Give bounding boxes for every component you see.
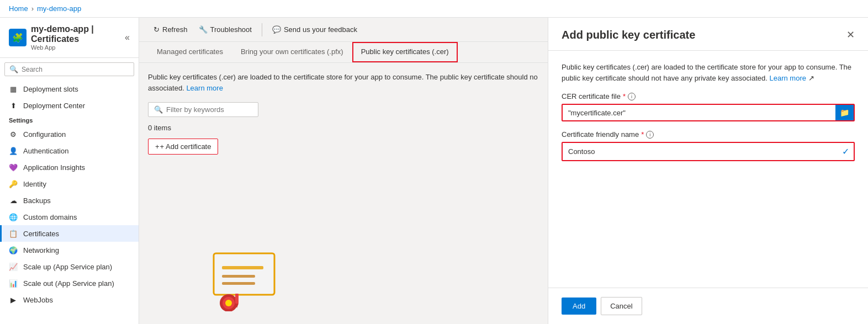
sidebar-header: 🧩 my-demo-app | Certificates Web App «	[0, 18, 139, 58]
sidebar-item-custom-domains[interactable]: 🌐 Custom domains	[0, 209, 139, 225]
cer-file-label: CER certificate file * i	[562, 92, 855, 100]
svg-rect-1	[222, 266, 263, 269]
sidebar-item-scale-up[interactable]: 📈 Scale up (App Service plan)	[0, 258, 139, 275]
sidebar: 🧩 my-demo-app | Certificates Web App « 🔍…	[0, 18, 139, 324]
scale-up-icon: 📈	[9, 262, 18, 271]
sidebar-item-configuration[interactable]: ⚙ Configuration	[0, 126, 139, 142]
feedback-button[interactable]: 💬 Send us your feedback	[267, 22, 363, 37]
scale-out-icon: 📊	[9, 279, 18, 288]
content-tabs: Managed certificates Bring your own cert…	[139, 42, 548, 63]
sidebar-item-label: Custom domains	[23, 213, 77, 221]
refresh-button[interactable]: ↻ Refresh	[148, 22, 193, 37]
breadcrumb: Home › my-demo-app	[0, 0, 868, 18]
cancel-button[interactable]: Cancel	[601, 297, 642, 315]
filter-icon: 🔍	[154, 105, 163, 114]
sidebar-item-label: Scale out (App Service plan)	[23, 279, 114, 288]
search-input[interactable]	[22, 66, 129, 73]
sidebar-items: ▦ Deployment slots ⬆ Deployment Center S…	[0, 81, 139, 324]
networking-icon: 🌍	[9, 246, 18, 254]
toolbar-separator	[262, 23, 262, 36]
filter-input[interactable]	[166, 105, 252, 114]
app-icon: 🧩	[9, 29, 27, 46]
sidebar-item-deployment-slots[interactable]: ▦ Deployment slots	[0, 81, 139, 97]
tab-managed-certificates[interactable]: Managed certificates	[148, 42, 232, 62]
tab-public-key[interactable]: Public key certificates (.cer)	[352, 42, 458, 62]
filter-input-box[interactable]: 🔍	[148, 102, 258, 117]
sidebar-item-certificates[interactable]: 📋 Certificates	[0, 225, 139, 242]
breadcrumb-app[interactable]: my-demo-app	[37, 4, 81, 13]
cer-file-input[interactable]	[563, 105, 835, 120]
sidebar-item-scale-out[interactable]: 📊 Scale out (App Service plan)	[0, 275, 139, 291]
sidebar-collapse-button[interactable]: «	[125, 33, 130, 43]
panel-learn-more-link[interactable]: Learn more	[770, 74, 806, 82]
search-icon: 🔍	[9, 65, 18, 73]
troubleshoot-icon: 🔧	[199, 25, 208, 34]
sidebar-item-label: Identity	[23, 180, 46, 188]
sidebar-item-authentication[interactable]: 👤 Authentication	[0, 142, 139, 159]
sidebar-app-subtitle: Web App	[31, 44, 120, 51]
external-link-icon: ↗	[808, 74, 814, 82]
filter-bar: 🔍	[148, 102, 539, 117]
panel-close-button[interactable]: ✕	[846, 29, 855, 41]
sidebar-item-label: Configuration	[23, 130, 66, 139]
panel-title: Add public key certificate	[562, 29, 695, 41]
panel-footer: Add Cancel	[548, 288, 868, 324]
items-count: 0 items	[148, 124, 539, 132]
cer-file-input-row[interactable]: 📁	[562, 104, 855, 121]
sidebar-item-networking[interactable]: 🌍 Networking	[0, 242, 139, 258]
feedback-icon: 💬	[272, 25, 281, 34]
sidebar-item-backups[interactable]: ☁ Backups	[0, 192, 139, 209]
sidebar-item-label: Networking	[23, 246, 59, 254]
application-insights-icon: 💜	[9, 163, 18, 172]
add-certificate-panel: Add public key certificate ✕ Public key …	[548, 18, 868, 324]
sidebar-item-label: Deployment slots	[23, 85, 78, 93]
cer-file-group: CER certificate file * i 📁	[562, 92, 855, 121]
svg-rect-0	[214, 253, 274, 295]
check-icon: ✓	[838, 143, 854, 160]
troubleshoot-button[interactable]: 🔧 Troubleshoot	[193, 22, 257, 37]
sidebar-item-deployment-center[interactable]: ⬆ Deployment Center	[0, 97, 139, 114]
friendly-name-group: Certificate friendly name * i ✓	[562, 130, 855, 161]
webjobs-icon: ▶	[9, 295, 18, 304]
svg-rect-7	[235, 294, 239, 304]
settings-section-label: Settings	[0, 114, 139, 126]
add-icon: +	[155, 142, 160, 151]
panel-body: Public key certificates (.cer) are loade…	[548, 51, 868, 288]
friendly-name-input[interactable]	[563, 144, 838, 159]
sidebar-item-label: Application Insights	[23, 163, 85, 172]
content-toolbar: ↻ Refresh 🔧 Troubleshoot 💬 Send us your …	[139, 18, 548, 42]
sidebar-item-label: Authentication	[23, 147, 68, 155]
sidebar-item-label: Certificates	[23, 230, 59, 238]
file-browse-button[interactable]: 📁	[835, 105, 854, 120]
cer-info-icon[interactable]: i	[628, 93, 636, 100]
sidebar-item-label: Backups	[23, 196, 51, 205]
svg-rect-3	[222, 282, 255, 285]
sidebar-item-identity[interactable]: 🔑 Identity	[0, 176, 139, 192]
sidebar-item-label: Scale up (App Service plan)	[23, 263, 112, 271]
learn-more-link[interactable]: Learn more	[186, 84, 223, 92]
configuration-icon: ⚙	[9, 130, 18, 139]
friendly-name-info-icon[interactable]: i	[646, 131, 654, 139]
content-body: Public key certificates (.cer) are loade…	[139, 63, 548, 324]
tab-bring-own[interactable]: Bring your own certificates (.pfx)	[232, 42, 352, 62]
content-description: Public key certificates (.cer) are loade…	[148, 72, 539, 93]
sidebar-app-title: my-demo-app | Certificates	[31, 24, 120, 44]
sidebar-item-label: Deployment Center	[23, 102, 85, 110]
custom-domains-icon: 🌐	[9, 213, 18, 221]
panel-header: Add public key certificate ✕	[548, 18, 868, 51]
add-button[interactable]: Add	[562, 298, 596, 315]
required-indicator: *	[641, 130, 644, 139]
certificates-icon: 📋	[9, 229, 18, 238]
backups-icon: ☁	[9, 196, 18, 205]
svg-point-6	[225, 300, 232, 306]
friendly-name-input-row[interactable]: ✓	[562, 142, 855, 161]
required-indicator: *	[623, 92, 626, 100]
sidebar-item-webjobs[interactable]: ▶ WebJobs	[0, 291, 139, 308]
search-box[interactable]: 🔍	[4, 62, 134, 76]
refresh-icon: ↻	[154, 25, 160, 34]
friendly-name-label: Certificate friendly name * i	[562, 130, 855, 139]
deployment-center-icon: ⬆	[9, 101, 18, 110]
add-certificate-button[interactable]: + + Add certificate	[148, 139, 218, 155]
sidebar-item-application-insights[interactable]: 💜 Application Insights	[0, 159, 139, 176]
breadcrumb-home[interactable]: Home	[9, 4, 28, 13]
